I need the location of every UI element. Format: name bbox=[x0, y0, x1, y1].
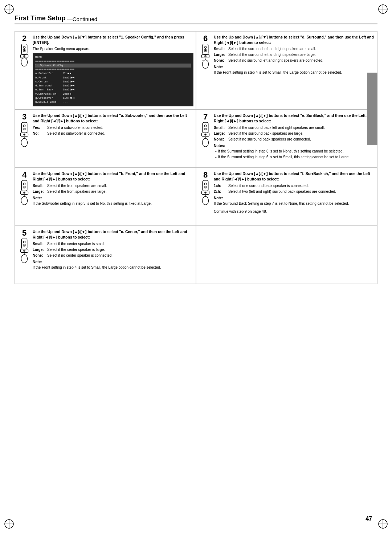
step-5-number-col: 5 bbox=[17, 229, 31, 281]
step-2-sub: The Speaker Config menu appears. bbox=[33, 46, 193, 52]
step-4-note-label: Note: bbox=[33, 196, 193, 201]
step-6-number-col: 6 bbox=[199, 34, 212, 106]
step-7-bullet-1-text: If the Surround setting in step 6 is set… bbox=[218, 149, 375, 154]
svg-point-54 bbox=[204, 125, 207, 127]
step-5-option-large-text: Select if the center speaker is large. bbox=[47, 247, 193, 252]
step-5-note-label: Note: bbox=[33, 260, 193, 265]
svg-point-90 bbox=[23, 241, 25, 243]
step-3-content: Use the Up and Down [▲]/[▼] buttons to s… bbox=[33, 113, 193, 164]
step-7-option-small-label: Small: bbox=[214, 125, 228, 130]
step-7-notes-label: Notes: bbox=[214, 143, 375, 148]
step-8-option-1ch: 1ch: Select if one surround back speaker… bbox=[214, 183, 375, 188]
step-3-option-no-text: Select if no subwoofer is connected. bbox=[47, 131, 193, 136]
step-3-option-yes: Yes: Select if a subwoofer is connected. bbox=[33, 125, 193, 130]
svg-marker-61 bbox=[205, 134, 205, 135]
step-5-option-large-label: Large: bbox=[33, 247, 47, 252]
svg-marker-30 bbox=[205, 50, 206, 51]
step-8-cell: 8 Use the Up and Down [▲]/[▼ bbox=[196, 168, 377, 226]
svg-point-37 bbox=[202, 60, 208, 68]
step-6-option-large: Large: Select if the surround left and r… bbox=[214, 52, 375, 57]
step-2-number: 2 bbox=[22, 34, 26, 42]
svg-marker-92 bbox=[24, 245, 25, 246]
svg-marker-36 bbox=[205, 56, 206, 57]
step-4-number-col: 4 bbox=[17, 171, 31, 223]
step-4-note-text: If the Subwoofer setting in step 3 is se… bbox=[33, 201, 193, 206]
step-2-menu: Menu ======================== 1. Speaker… bbox=[33, 53, 193, 106]
step-4-remote-icon bbox=[19, 180, 30, 207]
svg-point-28 bbox=[204, 46, 207, 49]
step-3-option-no-label: No: bbox=[33, 131, 47, 136]
step-7-option-large-label: Large: bbox=[214, 131, 228, 136]
svg-point-75 bbox=[21, 197, 27, 205]
step-7-bullet-1: If the Surround setting in step 6 is set… bbox=[214, 149, 375, 154]
step-8-number: 8 bbox=[203, 171, 208, 179]
sidebar-gray bbox=[367, 73, 377, 145]
step-8-option-2ch-label: 2ch: bbox=[214, 189, 228, 194]
step-7-option-none-label: None: bbox=[214, 137, 228, 142]
step-8-remote-icon bbox=[200, 180, 211, 207]
step-8-instruction: Use the Up and Down [▲]/[▼] buttons to s… bbox=[214, 171, 375, 182]
svg-point-78 bbox=[204, 183, 207, 185]
page-title: First Time Setup bbox=[15, 15, 66, 22]
svg-marker-56 bbox=[205, 129, 206, 130]
step-8-option-2ch-text: Select if two (left and right) surround … bbox=[228, 189, 375, 194]
step-6-note-label: Note: bbox=[214, 65, 375, 70]
corner-mark-br bbox=[377, 518, 388, 529]
step-3-cell: 3 Use the Up and Down [▲]/[▼ bbox=[15, 110, 196, 168]
step-3-option-yes-text: Select if a subwoofer is connected. bbox=[47, 125, 193, 130]
step-6-number: 6 bbox=[203, 34, 208, 42]
step-3-instruction: Use the Up and Down [▲]/[▼] buttons to s… bbox=[33, 113, 193, 123]
step-8-note-label: Note: bbox=[214, 196, 375, 201]
step-3-option-no: No: Select if no subwoofer is connected. bbox=[33, 131, 193, 136]
step-6-remote-icon bbox=[200, 44, 211, 70]
step-2-remote-icon bbox=[19, 44, 30, 70]
step-6-option-small: Small: Select if the surround left and r… bbox=[214, 46, 375, 52]
step-6-instruction: Use the Up and Down [▲]/[▼] buttons to s… bbox=[214, 34, 375, 45]
svg-marker-97 bbox=[24, 251, 24, 251]
step-5-option-small: Small: Select if the center speaker is s… bbox=[33, 241, 193, 247]
content-grid: 2 bbox=[15, 31, 377, 284]
svg-point-13 bbox=[23, 46, 25, 49]
step-7-option-large-text: Select if the surround back speakers are… bbox=[228, 131, 375, 136]
step-2-number-col: 2 bbox=[17, 34, 31, 106]
step-7-option-small-text: Select if the surround back left and rig… bbox=[228, 125, 375, 130]
step-3-number: 3 bbox=[22, 113, 26, 121]
svg-point-63 bbox=[202, 139, 208, 147]
svg-marker-44 bbox=[24, 129, 25, 130]
step-5-option-none-text: Select if no center speaker is connected… bbox=[47, 253, 193, 258]
svg-marker-26 bbox=[24, 56, 25, 57]
svg-rect-12 bbox=[21, 44, 27, 54]
svg-point-66 bbox=[23, 183, 25, 185]
svg-marker-25 bbox=[24, 56, 24, 57]
step-4-instruction: Use the Up and Down [▲]/[▼] buttons to s… bbox=[33, 171, 193, 182]
step-4-option-large: Large: Select if the front speakers are … bbox=[33, 189, 193, 194]
step-4-option-large-label: Large: bbox=[33, 189, 47, 194]
svg-marker-62 bbox=[205, 134, 206, 135]
step-6-option-small-text: Select if the surround left and right sp… bbox=[228, 46, 375, 52]
corner-mark-tr bbox=[377, 4, 388, 15]
step-5-option-small-label: Small: bbox=[33, 241, 47, 247]
svg-rect-77 bbox=[203, 180, 208, 191]
step-7-remote-icon bbox=[200, 122, 211, 148]
step-4-number: 4 bbox=[22, 171, 26, 179]
svg-marker-73 bbox=[24, 192, 24, 193]
step-7-option-small: Small: Select if the surround back left … bbox=[214, 125, 375, 130]
step-6-note-text: If the Front setting in step 4 is set to… bbox=[214, 70, 375, 75]
step-2-cell: 2 bbox=[15, 31, 196, 110]
svg-marker-85 bbox=[205, 192, 205, 193]
step-6-option-large-label: Large: bbox=[214, 52, 228, 57]
step-7-bullet-2: If the Surround setting in step 6 is set… bbox=[214, 155, 375, 160]
svg-marker-68 bbox=[24, 187, 25, 188]
step-8-option-1ch-text: Select if one surround back speaker is c… bbox=[228, 183, 375, 188]
svg-point-87 bbox=[202, 197, 208, 205]
step-5-note-text: If the Front setting in step 4 is set to… bbox=[33, 265, 193, 270]
step-5-content: Use the Up and Down [▲]/[▼] buttons to s… bbox=[33, 229, 193, 281]
step-8-note-text: If the Surround Back Setting in step 7 i… bbox=[214, 201, 375, 206]
step-8-option-1ch-label: 1ch: bbox=[214, 183, 228, 188]
svg-marker-35 bbox=[205, 56, 205, 57]
step-7-instruction: Use the Up and Down [▲]/[▼] buttons to s… bbox=[214, 113, 375, 123]
step-4-option-small-text: Select if the front speakers are small. bbox=[47, 183, 193, 188]
step-3-option-yes-label: Yes: bbox=[33, 125, 47, 130]
step-7-bullet-2-text: If the Surround setting in step 6 is set… bbox=[218, 155, 375, 160]
svg-rect-65 bbox=[21, 180, 27, 191]
